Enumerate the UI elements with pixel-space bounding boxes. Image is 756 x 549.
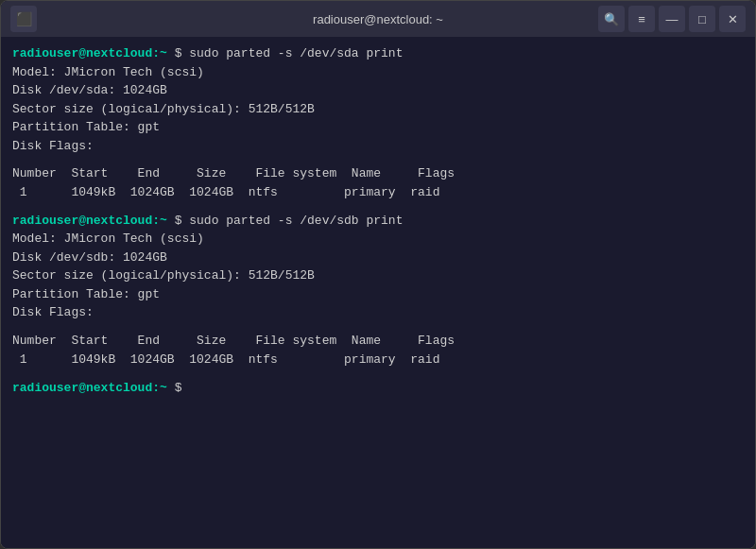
cmd-1: $ sudo parted -s /dev/sda print bbox=[167, 46, 404, 60]
output-sector-2: Sector size (logical/physical): 512B/512… bbox=[12, 266, 744, 285]
spacer-4 bbox=[12, 369, 744, 378]
output-partition-table-2: Partition Table: gpt bbox=[12, 285, 744, 304]
terminal-icon: ⬛ bbox=[10, 6, 37, 32]
spacer-2 bbox=[12, 201, 744, 211]
window-title: radiouser@nextcloud: ~ bbox=[313, 12, 443, 26]
spacer-1 bbox=[12, 155, 744, 164]
output-row-2: 1 1049kB 1024GB 1024GB ntfs primary raid bbox=[12, 351, 744, 369]
terminal-output[interactable]: radiouser@nextcloud:~ $ sudo parted -s /… bbox=[1, 37, 755, 548]
menu-button[interactable]: ≡ bbox=[628, 6, 655, 32]
output-model-2: Model: JMicron Tech (scsi) bbox=[12, 230, 744, 249]
output-header-1: Number Start End Size File system Name F… bbox=[12, 164, 744, 183]
close-button[interactable]: ✕ bbox=[719, 6, 746, 32]
minimize-button[interactable]: — bbox=[659, 6, 685, 32]
prompt-1: radiouser@nextcloud:~ bbox=[12, 46, 167, 60]
spacer-3 bbox=[12, 322, 744, 332]
maximize-button[interactable]: □ bbox=[689, 6, 715, 32]
output-disk-1: Disk /dev/sda: 1024GB bbox=[12, 81, 744, 100]
final-prompt: radiouser@nextcloud:~ $ bbox=[12, 379, 744, 398]
titlebar: ⬛ radiouser@nextcloud: ~ 🔍 ≡ — □ ✕ bbox=[1, 1, 755, 37]
titlebar-left: ⬛ bbox=[10, 6, 37, 32]
command-line-1: radiouser@nextcloud:~ $ sudo parted -s /… bbox=[12, 44, 744, 63]
search-button[interactable]: 🔍 bbox=[598, 6, 625, 32]
output-disk-2: Disk /dev/sdb: 1024GB bbox=[12, 249, 744, 267]
cmd-final: $ bbox=[167, 381, 189, 395]
output-model-1: Model: JMicron Tech (scsi) bbox=[12, 63, 744, 82]
prompt-2: radiouser@nextcloud:~ bbox=[12, 214, 167, 228]
output-disk-flags-2: Disk Flags: bbox=[12, 303, 744, 322]
output-sector-1: Sector size (logical/physical): 512B/512… bbox=[12, 100, 744, 119]
cmd-2: $ sudo parted -s /dev/sdb print bbox=[167, 214, 404, 228]
window-controls: 🔍 ≡ — □ ✕ bbox=[598, 6, 746, 32]
output-header-2: Number Start End Size File system Name F… bbox=[12, 332, 744, 351]
prompt-final: radiouser@nextcloud:~ bbox=[12, 381, 167, 395]
output-row-1: 1 1049kB 1024GB 1024GB ntfs primary raid bbox=[12, 183, 744, 202]
output-disk-flags-1: Disk Flags: bbox=[12, 137, 744, 156]
command-line-2: radiouser@nextcloud:~ $ sudo parted -s /… bbox=[12, 212, 744, 231]
output-partition-table-1: Partition Table: gpt bbox=[12, 118, 744, 137]
terminal-window: ⬛ radiouser@nextcloud: ~ 🔍 ≡ — □ ✕ radio… bbox=[0, 0, 756, 549]
